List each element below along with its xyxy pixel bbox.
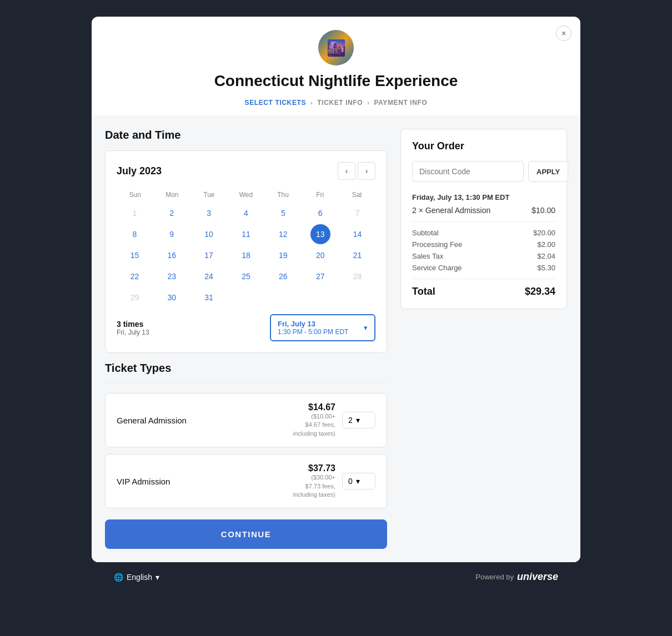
ticket-price-main-general: $14.67 [293, 402, 335, 412]
calendar-month: July 2023 [117, 165, 162, 177]
apply-button[interactable]: APPLY [528, 161, 568, 182]
cal-day-empty-1 [236, 287, 256, 307]
next-month-button[interactable]: › [358, 162, 375, 180]
subtotal-line: Subtotal $20.00 [412, 229, 555, 237]
day-header-sat: Sat [338, 189, 375, 201]
footer: 🌐 English ▾ Powered by universe [92, 562, 580, 592]
qty-chevron-vip: ▾ [356, 477, 360, 486]
cal-day-10[interactable]: 10 [199, 224, 219, 244]
time-dropdown-text: Fri, July 13 1:30 PM - 5:00 PM EDT [278, 320, 348, 336]
step-payment-info[interactable]: PAYMENT INFO [374, 99, 427, 107]
sales-tax-line: Sales Tax $2.04 [412, 252, 555, 260]
ticket-row-vip: VIP Admission $37.73 ($30.00+$7.73 fees,… [105, 454, 387, 508]
total-value: $29.34 [525, 286, 555, 297]
cal-day-6[interactable]: 6 [310, 203, 330, 223]
dropdown-chevron-icon: ▾ [364, 324, 368, 332]
chevron-icon-1: › [310, 99, 313, 106]
step-ticket-info[interactable]: TICKET INFO [317, 99, 363, 107]
times-count: 3 times [117, 320, 149, 329]
cal-day-27[interactable]: 27 [310, 266, 330, 286]
cal-day-25[interactable]: 25 [236, 266, 256, 286]
times-date: Fri, July 13 [117, 329, 149, 336]
ticket-right-general: $14.67 ($10.00+$4.67 fees,including taxe… [293, 402, 375, 438]
time-dropdown-time: 1:30 PM - 5:00 PM EDT [278, 328, 348, 336]
week-5: 29 30 31 [117, 287, 375, 307]
cal-day-23[interactable]: 23 [162, 266, 182, 286]
week-2: 8 9 10 11 12 13 14 [117, 224, 375, 244]
order-item-label: 2 × General Admission [412, 206, 490, 215]
cal-day-26[interactable]: 26 [273, 266, 293, 286]
day-header-mon: Mon [154, 189, 191, 201]
order-date-label: Friday, July 13, 1:30 PM EDT [412, 193, 555, 201]
total-label: Total [412, 286, 435, 297]
time-dropdown-date: Fri, July 13 [278, 320, 348, 328]
day-header-thu: Thu [264, 189, 302, 201]
day-header-sun: Sun [117, 189, 154, 201]
cal-day-3[interactable]: 3 [199, 203, 219, 223]
time-dropdown[interactable]: Fri, July 13 1:30 PM - 5:00 PM EDT ▾ [270, 314, 375, 341]
cal-day-24[interactable]: 24 [199, 266, 219, 286]
cal-day-5[interactable]: 5 [273, 203, 293, 223]
processing-fee-label: Processing Fee [412, 240, 462, 249]
times-info: 3 times Fri, July 13 [117, 320, 149, 336]
day-header-tue: Tue [190, 189, 228, 201]
event-title: Connecticut Nightlife Experience [105, 72, 567, 90]
day-header-wed: Wed [228, 189, 265, 201]
cal-day-8[interactable]: 8 [124, 224, 144, 244]
qty-value-general: 2 [348, 416, 353, 425]
qty-value-vip: 0 [348, 477, 353, 486]
cal-day-22[interactable]: 22 [124, 266, 144, 286]
ticket-types-title: Ticket Types [105, 362, 387, 375]
cal-day-28: 28 [348, 266, 368, 286]
language-label: English [127, 573, 152, 582]
language-selector[interactable]: 🌐 English ▾ [114, 573, 159, 582]
order-card: Your Order APPLY Friday, July 13, 1:30 P… [400, 129, 567, 309]
order-item-value: $10.00 [531, 206, 555, 215]
calendar-grid: Sun Mon Tue Wed Thu Fri Sat 1 2 3 [117, 189, 375, 307]
cal-day-11[interactable]: 11 [236, 224, 256, 244]
cal-day-17[interactable]: 17 [199, 245, 219, 265]
ticket-name-vip: VIP Admission [117, 477, 170, 486]
cal-day-31[interactable]: 31 [199, 287, 219, 307]
cal-day-14[interactable]: 14 [348, 224, 368, 244]
sales-tax-value: $2.04 [537, 252, 555, 260]
cal-day-empty-3 [310, 287, 330, 307]
calendar-header: July 2023 ‹ › [117, 162, 375, 180]
language-chevron-icon: ▾ [156, 573, 159, 582]
ticket-price-general: $14.67 ($10.00+$4.67 fees,including taxe… [293, 402, 335, 438]
order-divider-2 [412, 279, 555, 279]
day-header-fri: Fri [302, 189, 339, 201]
cal-day-2[interactable]: 2 [162, 203, 182, 223]
ticket-price-vip: $37.73 ($30.00+$7.73 fees,including taxe… [293, 463, 335, 499]
processing-fee-line: Processing Fee $2.00 [412, 240, 555, 249]
cal-day-21[interactable]: 21 [348, 245, 368, 265]
cal-day-4[interactable]: 4 [236, 203, 256, 223]
qty-select-vip[interactable]: 0 ▾ [342, 473, 375, 489]
order-title: Your Order [412, 140, 555, 152]
discount-row: APPLY [412, 161, 555, 182]
service-charge-label: Service Charge [412, 264, 462, 272]
close-button[interactable]: × [556, 26, 571, 41]
continue-button[interactable]: CONTINUE [105, 519, 387, 549]
cal-day-16[interactable]: 16 [162, 245, 182, 265]
subtotal-value: $20.00 [533, 229, 555, 237]
discount-input[interactable] [412, 161, 524, 182]
cal-day-13[interactable]: 13 [310, 224, 330, 244]
order-item-line: 2 × General Admission $10.00 [412, 206, 555, 215]
cal-day-18[interactable]: 18 [236, 245, 256, 265]
event-image: 🌆 [318, 30, 354, 65]
modal-header: 🌆 Connecticut Nightlife Experience SELEC… [92, 17, 580, 115]
cal-day-9[interactable]: 9 [162, 224, 182, 244]
cal-day-15[interactable]: 15 [124, 245, 144, 265]
divider-1 [105, 383, 387, 384]
prev-month-button[interactable]: ‹ [338, 162, 355, 180]
cal-day-30[interactable]: 30 [162, 287, 182, 307]
step-select-tickets[interactable]: SELECT TICKETS [245, 99, 306, 107]
qty-select-general[interactable]: 2 ▾ [342, 412, 375, 428]
ticket-price-sub-general: ($10.00+$4.67 fees,including taxes) [293, 412, 335, 438]
cal-day-12[interactable]: 12 [273, 224, 293, 244]
cal-day-19[interactable]: 19 [273, 245, 293, 265]
ticket-types-section: Ticket Types General Admission $14.67 ($… [105, 362, 387, 549]
modal-container: 🌆 Connecticut Nightlife Experience SELEC… [92, 17, 580, 562]
cal-day-20[interactable]: 20 [310, 245, 330, 265]
